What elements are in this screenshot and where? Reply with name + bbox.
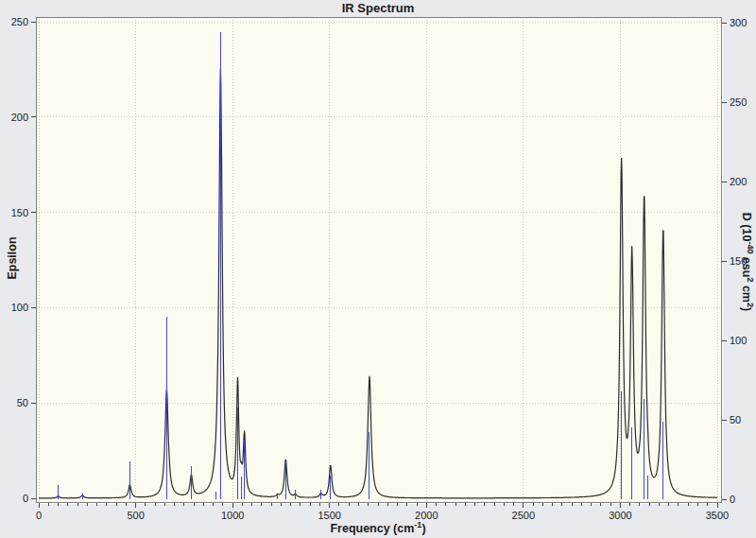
tick-label: 100 (11, 302, 28, 313)
tick-label: 1000 (221, 510, 244, 521)
tick-label: 1500 (318, 510, 340, 521)
tick-label: 250 (11, 16, 28, 27)
tick-label: 200 (11, 112, 28, 123)
spectrum-plot-canvas[interactable]: 0500100015002000250030003500050100150200… (0, 0, 756, 538)
tick-label: 3500 (706, 510, 729, 521)
tick-label: 3000 (609, 510, 631, 521)
tick-label: 300 (730, 17, 747, 28)
ir-spectrum-window: IR Spectrum Epsilon D (10-40 esu2 cm2) F… (0, 0, 756, 538)
tick-label: 150 (730, 255, 747, 267)
tick-label: 200 (730, 176, 747, 187)
tick-label: 50 (730, 414, 741, 425)
tick-label: 0 (730, 494, 735, 505)
tick-label: 0 (36, 510, 42, 521)
tick-label: 0 (23, 493, 28, 504)
tick-label: 500 (127, 510, 144, 521)
tick-label: 100 (730, 335, 747, 346)
tick-label: 2500 (512, 510, 535, 521)
tick-label: 250 (730, 96, 747, 108)
tick-label: 150 (11, 207, 28, 218)
tick-label: 50 (17, 397, 28, 408)
tick-label: 2000 (415, 510, 438, 521)
